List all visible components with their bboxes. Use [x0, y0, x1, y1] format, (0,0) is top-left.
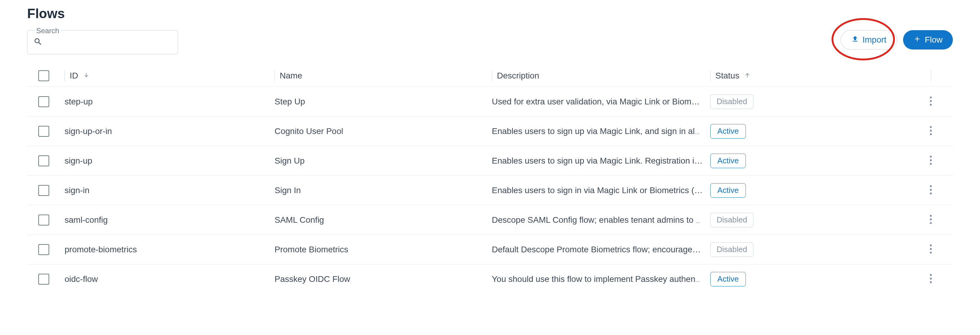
cell-id: oidc-flow: [65, 274, 98, 284]
select-all-checkbox[interactable]: [38, 70, 49, 81]
toolbar: Search Import Flow: [27, 30, 953, 54]
divider: [710, 70, 711, 81]
sort-arrow-up-icon: [744, 71, 751, 81]
svg-point-14: [930, 222, 932, 223]
row-checkbox[interactable]: [38, 215, 49, 225]
status-badge: Active: [710, 154, 746, 168]
svg-point-7: [930, 159, 932, 161]
row-actions-menu[interactable]: [927, 93, 935, 110]
search-field-wrap: Search: [27, 30, 178, 54]
cell-name: Promote Biometrics: [275, 245, 348, 254]
column-header-name[interactable]: Name: [269, 70, 486, 81]
search-icon: [33, 37, 43, 47]
svg-point-2: [930, 104, 932, 105]
cell-id: sign-up-or-in: [65, 126, 112, 136]
column-header-description-label: Description: [497, 71, 539, 81]
row-checkbox[interactable]: [38, 185, 49, 196]
svg-point-17: [930, 251, 932, 253]
row-actions-menu[interactable]: [927, 241, 935, 258]
svg-point-3: [930, 126, 932, 128]
column-header-description[interactable]: Description: [486, 70, 703, 81]
divider: [492, 70, 492, 81]
search-label: Search: [34, 27, 61, 35]
svg-point-1: [930, 100, 932, 102]
table-row[interactable]: saml-config SAML Config Descope SAML Con…: [27, 205, 953, 234]
divider: [65, 70, 65, 81]
row-actions-menu[interactable]: [927, 152, 935, 169]
svg-point-0: [930, 96, 932, 98]
import-button[interactable]: Import: [841, 30, 897, 49]
more-vertical-icon: [930, 185, 932, 195]
cell-name: Sign In: [275, 186, 301, 195]
table-row[interactable]: sign-up Sign Up Enables users to sign up…: [27, 146, 953, 175]
cell-name: Passkey OIDC Flow: [275, 274, 350, 284]
cell-name: SAML Config: [275, 215, 324, 225]
more-vertical-icon: [930, 274, 932, 283]
status-badge: Disabled: [710, 94, 753, 109]
cell-name: Sign Up: [275, 156, 305, 165]
table-row[interactable]: step-up Step Up Used for extra user vali…: [27, 87, 953, 116]
row-checkbox[interactable]: [38, 274, 49, 285]
cell-id: saml-config: [65, 215, 108, 225]
svg-point-6: [930, 155, 932, 157]
row-actions-menu[interactable]: [927, 212, 935, 228]
cell-name: Cognito User Pool: [275, 126, 343, 136]
row-actions-menu[interactable]: [927, 271, 935, 288]
row-checkbox[interactable]: [38, 126, 49, 137]
cell-id: sign-up: [65, 156, 92, 166]
column-header-status[interactable]: Status: [703, 70, 917, 81]
svg-point-11: [930, 192, 932, 194]
svg-point-20: [930, 281, 932, 283]
row-checkbox[interactable]: [38, 244, 49, 255]
action-buttons: Import Flow: [841, 30, 953, 49]
svg-point-8: [930, 163, 932, 164]
status-badge: Active: [710, 183, 746, 198]
table-body: step-up Step Up Used for extra user vali…: [27, 87, 953, 294]
svg-point-19: [930, 278, 932, 279]
status-badge: Active: [710, 124, 746, 139]
sort-arrow-down-icon: [83, 71, 90, 81]
column-header-id-label: ID: [70, 71, 78, 81]
table-row[interactable]: sign-up-or-in Cognito User Pool Enables …: [27, 116, 953, 146]
svg-point-13: [930, 218, 932, 220]
cell-description: Used for extra user validation, via Magi…: [492, 97, 700, 106]
table-row[interactable]: sign-in Sign In Enables users to sign in…: [27, 175, 953, 205]
column-header-status-label: Status: [715, 71, 739, 81]
search-input[interactable]: [46, 37, 172, 47]
divider: [275, 70, 275, 81]
more-vertical-icon: [930, 96, 932, 106]
svg-point-15: [930, 244, 932, 246]
more-vertical-icon: [930, 215, 932, 224]
upload-icon: [851, 35, 859, 45]
row-actions-menu[interactable]: [927, 123, 935, 140]
divider: [931, 70, 931, 81]
cell-description: Enables users to sign up via Magic Link,…: [492, 126, 703, 136]
table-row[interactable]: oidc-flow Passkey OIDC Flow You should u…: [27, 264, 953, 294]
cell-id: sign-in: [65, 186, 89, 195]
new-flow-button[interactable]: Flow: [903, 30, 953, 49]
status-badge: Disabled: [710, 242, 753, 257]
table-header-row: ID Name Description Status: [27, 65, 953, 87]
svg-point-4: [930, 129, 932, 131]
cell-description: Enables users to sign up via Magic Link.…: [492, 156, 703, 165]
column-header-id[interactable]: ID: [57, 70, 269, 81]
table-row[interactable]: promote-biometrics Promote Biometrics De…: [27, 234, 953, 264]
cell-description: Enables users to sign in via Magic Link …: [492, 186, 703, 195]
row-checkbox[interactable]: [38, 96, 49, 107]
svg-point-5: [930, 133, 932, 135]
cell-id: promote-biometrics: [65, 245, 137, 254]
cell-name: Step Up: [275, 97, 305, 106]
new-flow-button-label: Flow: [925, 35, 943, 45]
svg-point-12: [930, 215, 932, 216]
more-vertical-icon: [930, 244, 932, 254]
svg-point-9: [930, 185, 932, 187]
row-checkbox[interactable]: [38, 155, 49, 166]
plus-icon: [913, 35, 921, 45]
svg-point-18: [930, 274, 932, 276]
cell-description: Descope SAML Config flow; enables tenant…: [492, 215, 703, 225]
svg-point-10: [930, 188, 932, 190]
flows-table: ID Name Description Status step-up: [27, 65, 953, 294]
row-actions-menu[interactable]: [927, 182, 935, 199]
status-badge: Active: [710, 272, 746, 286]
cell-description: Default Descope Promote Biometrics flow;…: [492, 245, 701, 254]
